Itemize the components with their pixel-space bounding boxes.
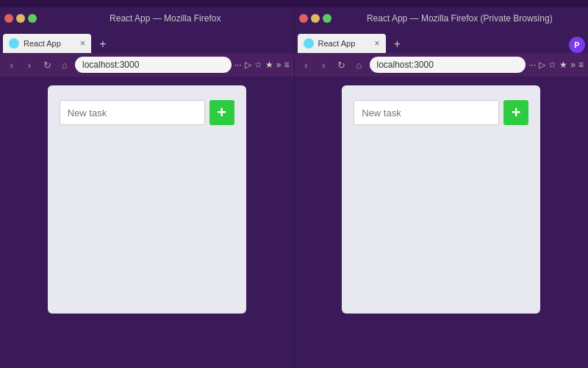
browser-content-left: + [0, 77, 294, 368]
address-bar-left: ‹ › ↻ ⌂ localhost:3000 ··· ▷ ☆ ★ » ≡ [0, 53, 294, 77]
reload-button-left[interactable]: ↻ [40, 57, 54, 72]
tab-bar-right: React App × + P [295, 29, 589, 53]
address-input-right[interactable]: localhost:3000 [370, 57, 526, 73]
address-bar-right: ‹ › ↻ ⌂ localhost:3000 ··· ▷ ☆ ★ » ≡ [295, 53, 589, 77]
bookmark-icon-left[interactable]: ☆ [254, 60, 262, 70]
os-titlebar [0, 0, 588, 7]
task-input-right[interactable] [354, 100, 499, 125]
close-button-right[interactable] [299, 14, 308, 23]
task-list-left [60, 134, 234, 299]
address-bar-icons-right: ··· ▷ ☆ ★ » ≡ [528, 60, 584, 70]
more-icon-right[interactable]: ··· [528, 60, 536, 70]
browser-window-right: React App — Mozilla Firefox (Private Bro… [295, 7, 589, 368]
tab-favicon-left [9, 38, 19, 49]
maximize-button-right[interactable] [323, 14, 331, 23]
menu-icon-left[interactable]: ≡ [284, 60, 289, 70]
overflow-icon-left[interactable]: » [276, 60, 282, 70]
browser-tab-right[interactable]: React App × [298, 34, 386, 53]
back-button-left[interactable]: ‹ [4, 57, 19, 72]
tab-close-right[interactable]: × [374, 39, 379, 48]
add-task-button-right[interactable]: + [503, 100, 528, 125]
url-text-right: localhost:3000 [377, 60, 434, 70]
tab-label-right: React App [318, 39, 370, 48]
browser-content-right: + [295, 77, 589, 368]
minimize-button-left[interactable] [16, 14, 25, 23]
browser-window-left: React App — Mozilla Firefox React App × … [0, 7, 295, 368]
titlebar-right: React App — Mozilla Firefox (Private Bro… [295, 7, 589, 29]
bookmark-icon-right[interactable]: ☆ [548, 60, 556, 70]
close-button-left[interactable] [4, 14, 13, 23]
home-button-left[interactable]: ⌂ [57, 57, 72, 72]
add-task-button-left[interactable]: + [209, 100, 234, 125]
task-input-row-right: + [354, 100, 528, 125]
tab-label-left: React App [24, 39, 76, 48]
window-controls-left [4, 14, 37, 23]
tab-bar-left: React App × + [0, 29, 294, 53]
more-icon-left[interactable]: ··· [234, 60, 242, 70]
app-card-left: + [48, 85, 246, 314]
tab-close-left[interactable]: × [80, 39, 85, 48]
new-tab-button-left[interactable]: + [94, 35, 112, 53]
overflow-icon-right[interactable]: » [570, 60, 576, 70]
titlebar-text-right: React App — Mozilla Firefox (Private Bro… [336, 13, 584, 24]
pocket-icon-left[interactable]: ▷ [245, 60, 251, 70]
forward-button-left[interactable]: › [22, 57, 37, 72]
app-card-right: + [342, 85, 540, 314]
private-browsing-avatar: P [569, 37, 585, 53]
titlebar-left: React App — Mozilla Firefox [0, 7, 294, 29]
star-icon-right[interactable]: ★ [559, 60, 567, 70]
task-input-row-left: + [60, 100, 234, 125]
new-tab-button-right[interactable]: + [389, 35, 406, 53]
browsers-container: React App — Mozilla Firefox React App × … [0, 7, 588, 368]
menu-icon-right[interactable]: ≡ [578, 60, 584, 70]
address-bar-icons-left: ··· ▷ ☆ ★ » ≡ [234, 60, 290, 70]
pocket-icon-right[interactable]: ▷ [539, 60, 545, 70]
browser-tab-left[interactable]: React App × [3, 34, 91, 53]
url-text-left: localhost:3000 [82, 60, 139, 70]
task-input-left[interactable] [60, 100, 205, 125]
task-list-right [354, 134, 528, 299]
maximize-button-left[interactable] [28, 14, 37, 23]
tab-favicon-right [304, 38, 314, 49]
forward-button-right[interactable]: › [317, 57, 331, 72]
star-icon-left[interactable]: ★ [265, 60, 273, 70]
back-button-right[interactable]: ‹ [299, 57, 314, 72]
titlebar-text-left: React App — Mozilla Firefox [41, 13, 290, 24]
minimize-button-right[interactable] [311, 14, 320, 23]
window-controls-right [299, 14, 331, 23]
home-button-right[interactable]: ⌂ [352, 57, 367, 72]
reload-button-right[interactable]: ↻ [334, 57, 349, 72]
address-input-left[interactable]: localhost:3000 [75, 57, 232, 73]
